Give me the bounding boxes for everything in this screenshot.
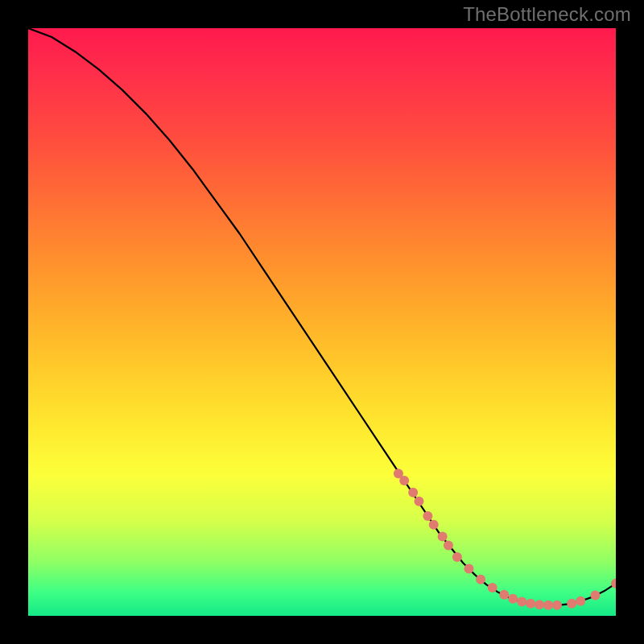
bottleneck-curve xyxy=(28,28,616,605)
marker-dot xyxy=(444,540,453,550)
chart-frame: TheBottleneck.com xyxy=(0,0,644,644)
curve-svg xyxy=(28,28,616,616)
marker-dot xyxy=(508,594,518,604)
marker-dot xyxy=(438,531,448,541)
markers-group xyxy=(394,469,616,610)
marker-dot xyxy=(543,601,553,610)
marker-dot xyxy=(408,488,418,497)
marker-dot xyxy=(488,583,497,592)
marker-dot xyxy=(476,575,485,584)
marker-dot xyxy=(414,497,423,506)
marker-dot xyxy=(517,597,526,606)
marker-dot xyxy=(499,590,509,600)
marker-dot xyxy=(423,511,432,521)
marker-dot xyxy=(429,520,439,530)
marker-dot xyxy=(464,564,474,574)
marker-dot xyxy=(399,476,409,485)
watermark-text: TheBottleneck.com xyxy=(463,3,631,26)
marker-dot xyxy=(535,600,544,609)
marker-dot xyxy=(576,597,585,606)
marker-dot xyxy=(452,552,462,562)
marker-dot xyxy=(526,599,535,609)
marker-dot xyxy=(590,590,600,600)
marker-dot xyxy=(567,599,576,609)
marker-dot xyxy=(552,601,562,610)
